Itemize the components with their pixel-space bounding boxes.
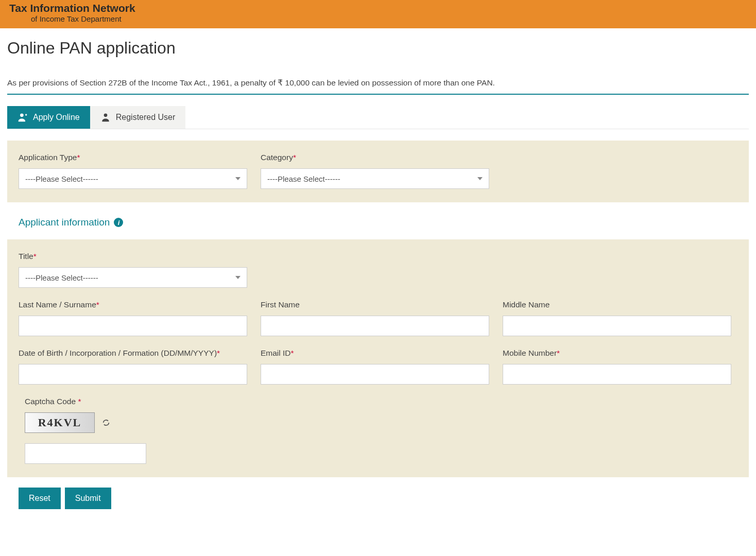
svg-point-1 xyxy=(104,114,107,117)
applicant-info-heading: Applicant information i xyxy=(19,217,749,228)
refresh-icon[interactable] xyxy=(102,419,110,427)
captcha-label: Captcha Code * xyxy=(25,397,737,406)
user-plus-icon xyxy=(18,112,28,123)
info-icon[interactable]: i xyxy=(114,218,123,227)
tab-apply-label: Apply Online xyxy=(33,113,80,122)
category-label: Category* xyxy=(261,153,489,162)
banner-title: Tax Information Network xyxy=(9,2,747,14)
user-icon xyxy=(100,112,111,123)
category-select[interactable]: ----Please Select------ xyxy=(261,168,489,189)
mobile-input[interactable] xyxy=(503,364,731,385)
middle-name-label: Middle Name xyxy=(503,300,731,309)
application-type-select[interactable]: ----Please Select------ xyxy=(19,168,247,189)
mobile-label: Mobile Number* xyxy=(503,349,731,358)
reset-button[interactable]: Reset xyxy=(19,488,61,509)
tab-apply-online[interactable]: Apply Online xyxy=(7,106,90,129)
site-banner: Tax Information Network of Income Tax De… xyxy=(0,0,756,28)
dob-input[interactable] xyxy=(19,364,247,385)
penalty-notice: As per provisions of Section 272B of the… xyxy=(7,78,749,88)
svg-point-0 xyxy=(20,114,24,117)
applicant-info-block: Title* ----Please Select------ Last Name… xyxy=(7,239,749,477)
last-name-input[interactable] xyxy=(19,316,247,336)
last-name-label: Last Name / Surname* xyxy=(19,300,247,309)
page-title: Online PAN application xyxy=(7,36,749,58)
tab-registered-user[interactable]: Registered User xyxy=(90,106,186,129)
divider xyxy=(7,94,749,95)
first-name-label: First Name xyxy=(261,300,489,309)
email-label: Email ID* xyxy=(261,349,489,358)
middle-name-input[interactable] xyxy=(503,316,731,336)
banner-subtitle: of Income Tax Department xyxy=(9,14,747,23)
tab-registered-label: Registered User xyxy=(116,113,176,122)
dob-label: Date of Birth / Incorporation / Formatio… xyxy=(19,349,247,358)
captcha-image: R4KVL xyxy=(25,412,95,433)
application-type-block: Application Type* ----Please Select-----… xyxy=(7,141,749,202)
email-input[interactable] xyxy=(261,364,489,385)
tab-strip: Apply Online Registered User xyxy=(7,106,749,129)
title-label: Title* xyxy=(19,252,247,261)
title-select[interactable]: ----Please Select------ xyxy=(19,267,247,288)
submit-button[interactable]: Submit xyxy=(65,488,111,509)
application-type-label: Application Type* xyxy=(19,153,247,162)
first-name-input[interactable] xyxy=(261,316,489,336)
captcha-input[interactable] xyxy=(25,443,146,464)
